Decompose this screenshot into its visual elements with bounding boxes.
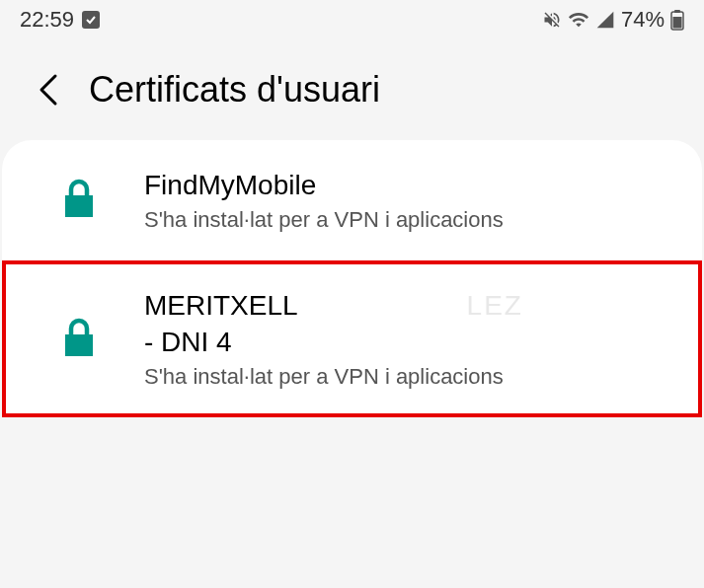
status-left: 22:59 <box>20 7 100 33</box>
checkbox-notification-icon <box>82 11 100 29</box>
status-bar: 22:59 74% <box>0 0 704 39</box>
chevron-left-icon <box>36 72 61 108</box>
certificate-description: S'ha instal·lat per a VPN i aplicacions <box>144 207 672 233</box>
cert-name-redacted-end: LEZ <box>467 290 523 321</box>
svg-rect-1 <box>674 10 680 13</box>
cert-name-redacted <box>304 290 458 321</box>
page-title: Certificats d'usuari <box>89 69 380 110</box>
certificate-text: MERITXELL LEZ - DNI 4 S'ha instal·lat pe… <box>144 288 672 390</box>
battery-percent: 74% <box>621 7 665 33</box>
svg-rect-2 <box>673 17 682 29</box>
mute-icon <box>542 10 562 30</box>
certificate-name: MERITXELL LEZ - DNI 4 <box>144 288 672 360</box>
status-right: 74% <box>542 7 684 33</box>
svg-rect-4 <box>65 334 93 356</box>
status-time: 22:59 <box>20 7 74 33</box>
battery-icon <box>670 9 684 31</box>
cert-name-line2: - DNI 4 <box>144 327 232 357</box>
wifi-icon <box>568 9 589 31</box>
certificate-text: FindMyMobile S'ha instal·lat per a VPN i… <box>144 168 672 233</box>
certificate-item[interactable]: FindMyMobile S'ha instal·lat per a VPN i… <box>2 140 702 260</box>
certificate-item-highlighted[interactable]: MERITXELL LEZ - DNI 4 S'ha instal·lat pe… <box>2 260 702 417</box>
certificate-name: FindMyMobile <box>144 168 672 203</box>
cert-name-line1: MERITXELL <box>144 290 297 321</box>
lock-icon <box>61 318 97 361</box>
certificate-description: S'ha instal·lat per a VPN i aplicacions <box>144 364 672 390</box>
certificate-list: FindMyMobile S'ha instal·lat per a VPN i… <box>2 140 702 417</box>
svg-rect-3 <box>65 195 93 217</box>
signal-icon <box>595 10 615 30</box>
back-button[interactable] <box>36 72 61 108</box>
lock-icon <box>61 179 97 222</box>
header: Certificats d'usuari <box>0 39 704 140</box>
